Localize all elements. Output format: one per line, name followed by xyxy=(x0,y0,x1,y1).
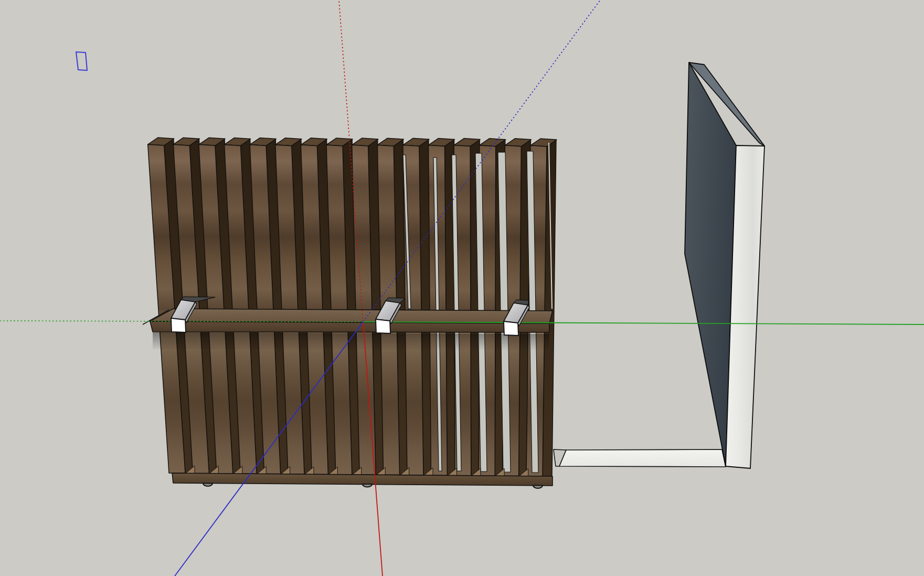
slatted-wood-fence[interactable] xyxy=(143,138,557,488)
ground-board[interactable] xyxy=(554,449,726,467)
modeling-viewport[interactable]: SketchUp-style 3D viewport: slatted wood… xyxy=(0,0,924,576)
